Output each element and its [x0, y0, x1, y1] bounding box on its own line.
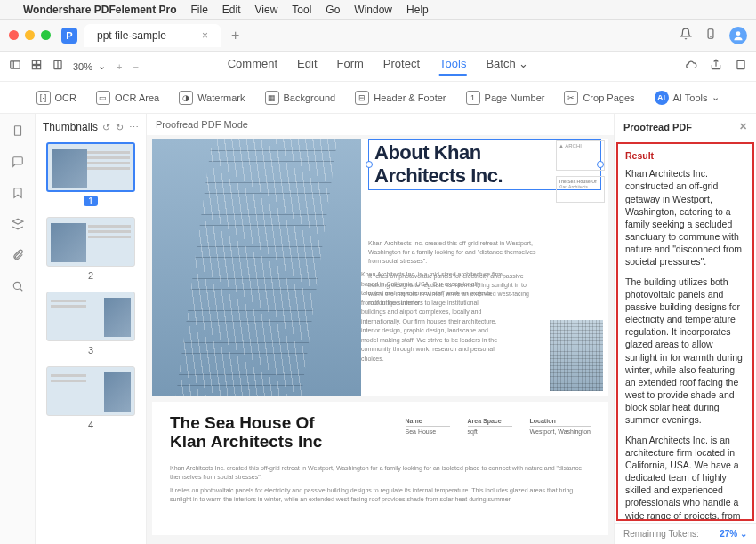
svg-rect-7 [32, 66, 36, 69]
grid-view-icon[interactable] [30, 59, 43, 74]
tab-tools[interactable]: Tools [439, 57, 466, 76]
attachment-icon[interactable] [12, 249, 24, 264]
chevron-down-icon[interactable]: ⌄ [98, 60, 106, 72]
close-window-button[interactable] [9, 30, 19, 40]
result-para-1: Khan Architects Inc. constructed an off-… [625, 167, 745, 268]
save-icon[interactable] [735, 59, 747, 74]
svg-rect-6 [37, 60, 41, 64]
rotate-right-icon[interactable]: ↻ [116, 122, 124, 133]
svg-rect-3 [11, 61, 20, 68]
menu-go[interactable]: Go [326, 4, 340, 16]
comment-icon[interactable] [12, 156, 24, 171]
workspace: Thumbnails ↺ ↻ ⋯ 1 2 3 4 Proofread PDF M… [0, 114, 756, 544]
thumbnails-title: Thumbnails [43, 121, 98, 133]
rotate-left-icon[interactable]: ↺ [102, 122, 110, 133]
mac-menubar: Wondershare PDFelement Pro File Edit Vie… [0, 0, 756, 20]
zoom-value[interactable]: 30% [73, 61, 92, 72]
background-icon: ▦ [265, 91, 279, 105]
subtitle-box: The Sea House OfKlan Architects [556, 176, 605, 203]
thumb-label-1: 1 [43, 196, 139, 206]
document-canvas[interactable]: Proofread PDF Mode About KhanArchitects … [147, 114, 614, 544]
fullscreen-window-button[interactable] [41, 30, 51, 40]
close-panel-button[interactable]: ✕ [739, 121, 747, 132]
ocr-icon: [·] [36, 91, 51, 105]
thumbnails-panel: Thumbnails ↺ ↻ ⋯ 1 2 3 4 [36, 114, 147, 544]
result-para-2: The building utilizes both photovoltaic … [625, 276, 745, 427]
zoom-out-button[interactable]: − [133, 61, 138, 72]
menu-window[interactable]: Window [354, 4, 392, 16]
result-para-3: Khan Architects Inc. is an architecture … [625, 434, 745, 521]
main-tabs: Comment Edit Form Protect Tools Batch ⌄ [228, 57, 529, 76]
background-button[interactable]: ▦Background [265, 91, 336, 105]
zoom-in-button[interactable]: + [117, 61, 122, 72]
layers-icon[interactable] [12, 218, 24, 233]
reader-view-icon[interactable] [52, 59, 64, 74]
proofread-panel: Proofread PDF ✕ Result Khan Architects I… [614, 114, 756, 544]
logo-box: ▲ ARCHI [556, 140, 605, 171]
menu-view[interactable]: View [255, 4, 278, 16]
user-avatar[interactable] [729, 27, 747, 44]
chevron-down-icon: ⌄ [712, 92, 720, 103]
crop-icon: ✂ [564, 91, 578, 105]
mode-label: Proofread PDF Mode [147, 114, 614, 135]
bell-icon[interactable] [680, 28, 692, 43]
device-icon[interactable] [704, 28, 717, 43]
window-titlebar: P ppt file-sample × + [0, 20, 756, 52]
zoom-control: 30% ⌄ + − [73, 60, 139, 72]
menu-edit[interactable]: Edit [222, 4, 241, 16]
thumb-label-3: 3 [43, 345, 139, 356]
remaining-tokens-label: Remaining Tokens: [623, 529, 699, 539]
tab-form[interactable]: Form [337, 57, 364, 76]
thumbnail-page-1[interactable] [46, 142, 135, 192]
cloud-icon[interactable] [685, 59, 697, 74]
tab-batch[interactable]: Batch ⌄ [486, 57, 528, 76]
result-label: Result [625, 149, 745, 162]
svg-marker-13 [12, 219, 23, 224]
left-rail [0, 114, 36, 544]
thumbnail-page-3[interactable] [46, 292, 135, 341]
page-number-button[interactable]: 1Page Number [466, 91, 545, 105]
bookmark-icon[interactable] [12, 187, 24, 202]
ai-tools-button[interactable]: AIAI Tools ⌄ [655, 91, 720, 105]
thumbnail-page-4[interactable] [46, 366, 135, 416]
tab-protect[interactable]: Protect [383, 57, 420, 76]
svg-rect-11 [737, 60, 744, 68]
close-tab-button[interactable]: × [202, 29, 208, 42]
page-number-icon: 1 [466, 91, 480, 105]
menu-help[interactable]: Help [406, 4, 429, 16]
ocr-area-button[interactable]: ▭OCR Area [96, 91, 159, 105]
ai-icon: AI [655, 91, 669, 105]
tab-edit[interactable]: Edit [297, 57, 317, 76]
share-icon[interactable] [710, 59, 722, 74]
crop-pages-button[interactable]: ✂Crop Pages [564, 91, 634, 105]
header-footer-button[interactable]: ⊟Header & Footer [355, 91, 446, 105]
more-icon[interactable]: ⋯ [129, 122, 139, 133]
proofread-result: Result Khan Architects Inc. constructed … [616, 142, 754, 521]
header-footer-icon: ⊟ [355, 91, 369, 105]
thumb-label-2: 2 [43, 270, 139, 281]
svg-rect-8 [37, 66, 41, 69]
minimize-window-button[interactable] [25, 30, 35, 40]
thumbnail-page-2[interactable] [46, 217, 135, 267]
sidebar-toggle-icon[interactable] [9, 59, 21, 74]
tab-comment[interactable]: Comment [228, 57, 277, 76]
menu-tool[interactable]: Tool [292, 4, 311, 16]
app-name[interactable]: Wondershare PDFelement Pro [23, 4, 177, 16]
search-icon[interactable] [12, 280, 24, 295]
svg-rect-12 [14, 126, 20, 136]
tools-toolbar: [·]OCR ▭OCR Area ◑Watermark ▦Background … [0, 82, 756, 114]
menu-file[interactable]: File [191, 4, 208, 16]
thumb-label-4: 4 [43, 420, 139, 430]
svg-rect-5 [32, 60, 36, 64]
view-toolbar: 30% ⌄ + − Comment Edit Form Protect Tool… [0, 52, 756, 82]
body-text: Khan Architects Inc. created this off-gr… [368, 239, 601, 308]
chevron-down-icon: ⌄ [519, 57, 528, 70]
pdf-page-1: About KhanArchitects Inc. ▲ ARCHI The Se… [152, 139, 608, 396]
page-icon[interactable] [12, 124, 24, 140]
ocr-button[interactable]: [·]OCR [36, 91, 76, 105]
svg-point-14 [13, 282, 20, 289]
new-tab-button[interactable]: + [231, 28, 239, 44]
document-tab[interactable]: ppt file-sample × [84, 24, 221, 47]
watermark-button[interactable]: ◑Watermark [179, 91, 245, 105]
app-logo-icon: P [61, 28, 77, 44]
